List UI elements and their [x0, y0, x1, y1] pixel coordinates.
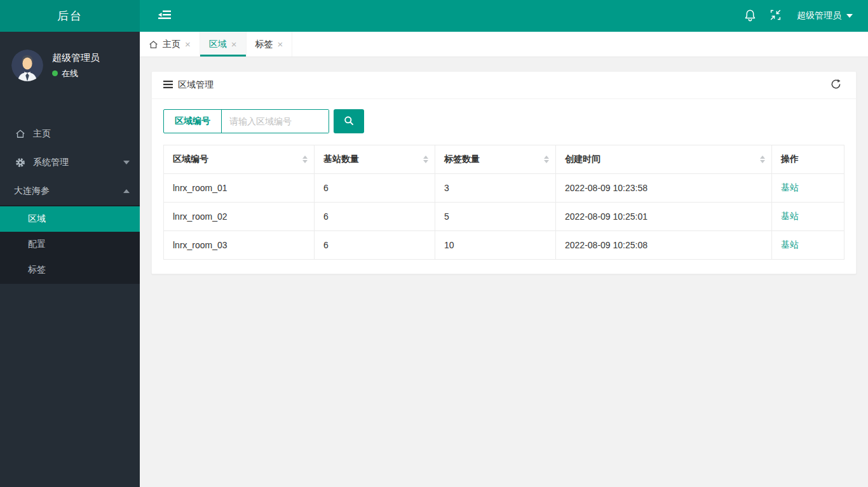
sidebar-toggle-button[interactable]	[154, 5, 175, 27]
sidebar: 超级管理员 在线 主页	[0, 32, 140, 487]
tab-label: 标签	[255, 39, 273, 50]
panel-title: 区域管理	[178, 79, 214, 91]
list-icon	[163, 80, 173, 90]
cell-tag-count: 5	[435, 203, 556, 231]
cell-created-at: 2022-08-09 10:25:01	[556, 203, 772, 231]
cell-base-stations: 6	[315, 231, 435, 260]
table-header-row: 区域编号 基站数量 标签数量	[164, 145, 844, 174]
top-header: 后台	[0, 0, 868, 32]
sidebar-item-region[interactable]: 区域	[0, 206, 140, 232]
sidebar-item-label: 区域	[28, 213, 46, 225]
main-area: 主页 × 区域 × 标签 ×	[140, 32, 868, 487]
chevron-down-icon	[123, 161, 130, 164]
column-label: 操作	[781, 154, 799, 164]
chevron-down-icon	[846, 14, 853, 18]
column-label: 标签数量	[444, 154, 480, 164]
search-group: 区域编号	[163, 109, 329, 133]
close-icon[interactable]: ×	[231, 39, 237, 49]
column-header-created-at[interactable]: 创建时间	[556, 145, 772, 174]
sidebar-item-system[interactable]: 系统管理	[0, 148, 140, 177]
search-row: 区域编号	[163, 109, 844, 133]
cell-tag-count: 10	[435, 231, 556, 260]
cell-region-id: lnrx_room_01	[164, 174, 315, 203]
close-icon[interactable]: ×	[278, 39, 283, 49]
search-icon	[344, 116, 354, 128]
sidebar-item-label: 系统管理	[33, 157, 123, 168]
sidebar-user-name: 超级管理员	[52, 52, 100, 64]
column-header-tag-count[interactable]: 标签数量	[435, 145, 556, 174]
gear-icon	[14, 157, 27, 168]
base-station-link[interactable]: 基站	[781, 211, 799, 221]
chevron-up-icon	[123, 189, 130, 193]
user-menu-label: 超级管理员	[797, 10, 841, 22]
sidebar-item-group[interactable]: 大连海参	[0, 177, 140, 205]
tab-tag[interactable]: 标签 ×	[247, 32, 293, 57]
cell-actions: 基站	[772, 203, 844, 231]
column-header-actions: 操作	[772, 145, 844, 174]
sidebar-menu: 主页 系统管理 大连海参 区域	[0, 119, 140, 284]
sort-icon[interactable]	[302, 156, 308, 163]
page-content: 区域管理 区域编号	[140, 57, 868, 487]
cell-created-at: 2022-08-09 10:25:08	[556, 231, 772, 260]
menu-fold-icon	[158, 10, 171, 22]
online-dot-icon	[52, 70, 58, 76]
app-logo: 后台	[0, 0, 140, 32]
region-table: 区域编号 基站数量 标签数量	[163, 145, 844, 260]
cell-region-id: lnrx_room_02	[164, 203, 315, 231]
fullscreen-exit-button[interactable]	[763, 0, 788, 32]
sidebar-item-config[interactable]: 配置	[0, 232, 140, 257]
user-menu[interactable]: 超级管理员	[788, 0, 857, 32]
column-label: 基站数量	[323, 154, 359, 164]
cell-base-stations: 6	[315, 203, 435, 231]
notifications-button[interactable]	[737, 0, 763, 32]
sidebar-submenu: 区域 配置 标签	[0, 205, 140, 284]
sidebar-item-label: 配置	[28, 239, 46, 250]
close-icon[interactable]: ×	[185, 39, 191, 49]
tab-home[interactable]: 主页 ×	[140, 32, 200, 57]
fullscreen-exit-icon	[770, 10, 781, 22]
base-station-link[interactable]: 基站	[781, 182, 799, 192]
cell-tag-count: 3	[435, 174, 556, 203]
region-panel: 区域管理 区域编号	[151, 71, 857, 274]
column-label: 区域编号	[173, 154, 208, 164]
search-button[interactable]	[334, 109, 364, 133]
table-row: lnrx_room_02 6 5 2022-08-09 10:25:01 基站	[164, 203, 844, 231]
home-icon	[149, 40, 158, 49]
sort-icon[interactable]	[544, 156, 549, 163]
tab-label: 主页	[163, 39, 180, 50]
search-input[interactable]	[222, 110, 329, 133]
user-status: 在线	[52, 68, 100, 79]
sort-icon[interactable]	[760, 156, 765, 163]
sidebar-user-panel: 超级管理员 在线	[0, 32, 140, 98]
refresh-icon	[831, 79, 841, 91]
sidebar-item-home[interactable]: 主页	[0, 119, 140, 148]
refresh-button[interactable]	[827, 76, 844, 94]
sidebar-item-label: 标签	[28, 264, 46, 276]
column-label: 创建时间	[565, 154, 600, 164]
home-icon	[14, 129, 27, 138]
table-row: lnrx_room_03 6 10 2022-08-09 10:25:08 基站	[164, 231, 844, 260]
column-header-base-stations[interactable]: 基站数量	[315, 145, 435, 174]
cell-actions: 基站	[772, 231, 844, 260]
sort-icon[interactable]	[423, 156, 428, 163]
tab-label: 区域	[209, 39, 227, 50]
cell-base-stations: 6	[315, 174, 435, 203]
sidebar-item-label: 主页	[33, 128, 130, 140]
table-row: lnrx_room_01 6 3 2022-08-09 10:23:58 基站	[164, 174, 844, 203]
tab-bar: 主页 × 区域 × 标签 ×	[140, 32, 868, 57]
avatar	[11, 50, 43, 81]
cell-actions: 基站	[772, 174, 844, 203]
bell-icon	[744, 9, 756, 23]
panel-header: 区域管理	[152, 72, 856, 99]
header-bar: 超级管理员	[140, 0, 868, 32]
column-header-region-id[interactable]: 区域编号	[164, 145, 315, 174]
search-label: 区域编号	[164, 110, 222, 133]
cell-region-id: lnrx_room_03	[164, 231, 315, 260]
sidebar-item-tag[interactable]: 标签	[0, 257, 140, 283]
cell-created-at: 2022-08-09 10:23:58	[556, 174, 772, 203]
user-status-label: 在线	[62, 68, 78, 79]
panel-body: 区域编号	[152, 99, 856, 274]
tab-region[interactable]: 区域 ×	[200, 32, 247, 57]
sidebar-item-label: 大连海参	[14, 185, 123, 197]
base-station-link[interactable]: 基站	[781, 239, 799, 250]
